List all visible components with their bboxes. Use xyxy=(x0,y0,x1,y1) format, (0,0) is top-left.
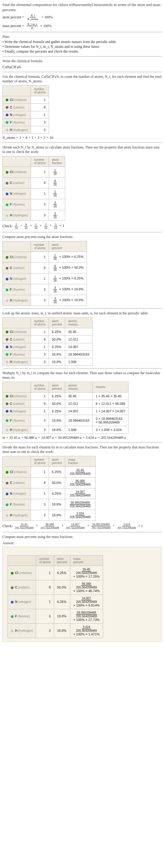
element-symbol: N xyxy=(10,492,12,495)
element-cell: C (carbon) xyxy=(8,580,36,594)
element-color-dot xyxy=(6,99,8,101)
atom-count: 3 xyxy=(31,510,48,521)
fraction: N_i m_i m xyxy=(26,23,38,29)
fraction: 816 xyxy=(53,180,58,186)
element-name: (chlorine) xyxy=(14,255,27,259)
answer-box: number of atoms atom percent mass percen… xyxy=(2,547,162,642)
atom-count: 3 xyxy=(31,350,48,358)
atomic-mass: 14.007 xyxy=(65,407,93,415)
denominator: 16 xyxy=(53,301,58,304)
element-color-dot xyxy=(6,182,8,185)
step-label: Compute mass percents using the mass fra… xyxy=(2,535,162,539)
element-name: (carbon) xyxy=(18,586,29,589)
element-name: (hydrogen) xyxy=(18,629,33,632)
mass-fraction: 96.088205.564209489 xyxy=(65,477,96,488)
numerator: 3.024 xyxy=(75,512,85,516)
fraction: 316 xyxy=(53,223,58,229)
element-symbol: C xyxy=(10,402,12,405)
atom-percent: 6.25% xyxy=(48,466,65,477)
atom-count: 8 xyxy=(31,262,48,273)
element-name: (hydrogen) xyxy=(13,214,28,217)
step-label: Look up the atomic mass, m_i, in unified… xyxy=(2,311,162,316)
atomic-mass: 1.008 xyxy=(65,426,93,433)
table-row: C (carbon)8 xyxy=(3,103,49,111)
element-symbol: Cl xyxy=(10,470,13,474)
atom-percent: 50.0% xyxy=(48,335,65,343)
numerator: 1 xyxy=(54,190,57,194)
element-cell: N (nitrogen) xyxy=(8,594,36,609)
atom-count: 3 xyxy=(31,415,48,426)
element-name: (chlorine) xyxy=(14,470,27,474)
problem-title: Find the elemental composition for chlor… xyxy=(2,2,162,12)
element-name: (carbon) xyxy=(13,481,24,485)
denominator: 205.564209489 xyxy=(69,472,92,475)
fraction: 14.007205.564209489 xyxy=(75,597,98,603)
element-color-dot xyxy=(6,267,8,270)
element-symbol: F xyxy=(10,502,12,506)
atom-count: 1 xyxy=(36,594,54,609)
col-atoms: number of atoms xyxy=(31,85,48,96)
denominator: 16 xyxy=(53,194,58,197)
atom-fraction: 116 xyxy=(48,188,65,199)
atom-count: 3 xyxy=(31,358,48,366)
denominator: 16 xyxy=(14,226,19,229)
element-cell: N (nitrogen) xyxy=(3,407,31,415)
element-symbol: C xyxy=(10,181,12,185)
element-color-dot xyxy=(6,299,8,302)
col-atoms: number of atoms xyxy=(31,382,48,392)
element-color-dot xyxy=(6,338,8,341)
denominator: 16 xyxy=(53,257,58,260)
atom-count: 1 xyxy=(31,343,48,350)
element-cell: Cl (chlorine) xyxy=(8,566,36,580)
atom-percent: 50.0% xyxy=(54,580,70,594)
col-masspct: mass percent xyxy=(70,555,103,566)
col-atoms: number of atoms xyxy=(31,156,48,166)
table-row: F (fluorine)318.8%56.995209489205.564209… xyxy=(8,609,103,623)
element-symbol: Cl xyxy=(10,255,13,259)
col-massu: atomic mass/u xyxy=(65,382,93,392)
mass-percent-formula: mass percent = N_i m_i m × 100% xyxy=(2,23,162,29)
element-cell: Cl (chlorine) xyxy=(3,392,31,400)
atom-percent: 18.8% xyxy=(48,510,65,521)
table-row: H (hydrogen)318.8%3.024205.564209489 xyxy=(3,510,96,521)
element-name: (fluorine) xyxy=(13,503,25,506)
atom-percent: 316 × 100% = 18.8% xyxy=(48,295,87,306)
atom-count: 8 xyxy=(31,103,48,111)
mass-fraction: 56.995209489205.564209489 xyxy=(65,499,96,510)
fraction: 14.007205.564209489 xyxy=(65,523,86,530)
element-cell: N (nitrogen) xyxy=(3,111,31,118)
element-cell: H (hydrogen) xyxy=(3,358,31,366)
denominator: 16 xyxy=(34,226,38,229)
numerator: 8 xyxy=(24,223,28,226)
numerator: 56.995209489 xyxy=(76,611,97,615)
denominator: 205.564209489 xyxy=(39,526,60,530)
atomic-mass: 35.45 xyxy=(65,392,93,400)
element-name: (nitrogen) xyxy=(13,345,26,349)
element-cell: N (nitrogen) xyxy=(3,343,31,350)
numerator: 3 xyxy=(54,297,57,301)
element-name: (fluorine) xyxy=(13,419,25,422)
denominator: 205.564209489 xyxy=(75,629,98,632)
mass-percent: 35.45205.564209489× 100% = 17.25% xyxy=(70,566,103,580)
atom-count: 3 xyxy=(31,210,48,221)
element-name: (hydrogen) xyxy=(13,428,28,432)
numerator: 3 xyxy=(44,223,47,226)
atom-count: 8 xyxy=(31,400,48,407)
element-name: (hydrogen) xyxy=(13,128,28,132)
numerator: 3.024 xyxy=(82,625,91,629)
element-symbol: Cl xyxy=(10,330,13,334)
divider xyxy=(2,532,162,532)
atom-count-table: number of atoms Cl (chlorine)1C (carbon)… xyxy=(2,85,49,134)
numerator: N_i xyxy=(30,14,36,18)
atom-percent: 18.8% xyxy=(48,415,65,426)
col-percent: atom percent xyxy=(48,317,65,328)
numerator: 8 xyxy=(54,265,57,268)
element-name: (chlorine) xyxy=(14,330,27,334)
atom-percent-table: number of atoms atom percent Cl (chlorin… xyxy=(2,241,87,306)
element-color-dot xyxy=(6,288,8,291)
numerator: 14.007 xyxy=(70,523,80,526)
atom-count: 1 xyxy=(31,188,48,199)
denominator: 205.564209489 xyxy=(116,526,137,530)
fraction: 3.024205.564209489 xyxy=(116,523,137,530)
atom-count: 3 xyxy=(36,609,54,623)
